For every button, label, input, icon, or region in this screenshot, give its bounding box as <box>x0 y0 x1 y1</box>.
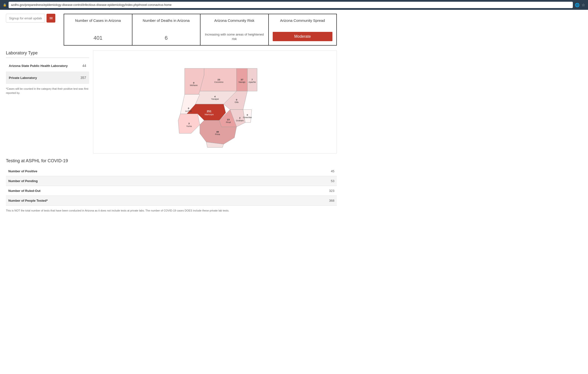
lab-section-title: Laboratory Type <box>6 50 89 58</box>
gila-label: Gila <box>235 101 239 103</box>
risk-title: Arizona Community Risk <box>214 18 254 23</box>
signup-button[interactable]: ✉ <box>47 14 55 23</box>
browser-icons: 🌐 ☆ <box>575 3 585 7</box>
lab-section: Laboratory Type Arizona State Public Hea… <box>6 50 89 153</box>
la-paz-count: 0 <box>188 107 189 110</box>
apache-count: 7 <box>251 78 253 81</box>
cases-title: Number of Cases in Arizona <box>75 18 121 23</box>
deaths-title: Number of Deaths in Arizona <box>143 18 190 23</box>
testing-label-positive: Number of Positive <box>6 166 275 176</box>
main-content: Laboratory Type Arizona State Public Hea… <box>6 50 337 153</box>
pima-count: 49 <box>216 130 219 133</box>
lab-private-name: Private Laboratory <box>9 76 37 80</box>
spread-title: Arizona Community Spread <box>280 18 325 23</box>
lab-private-count: 357 <box>81 76 86 80</box>
greenlee-count: 0 <box>247 113 248 116</box>
arizona-map: 0 Mohave 23 Coconino 37 Navajo 7 Apache … <box>168 55 261 149</box>
testing-row-pending: Number of Pending 53 <box>6 176 337 186</box>
stat-card-deaths: Number of Deaths in Arizona 6 <box>132 14 201 46</box>
graham-count: 2 <box>239 116 241 119</box>
lab-asphl-count: 44 <box>82 64 86 68</box>
graham-label: Graham <box>236 119 244 122</box>
testing-table: Number of Positive 45 Number of Pending … <box>6 166 337 206</box>
cases-value: 401 <box>94 35 103 41</box>
testing-note: This is NOT the total number of tests th… <box>6 209 337 213</box>
mohave-label: Mohave <box>190 84 198 87</box>
maricopa-count: 251 <box>207 110 212 113</box>
testing-label-pending: Number of Pending <box>6 176 275 186</box>
testing-value-positive: 45 <box>275 166 337 176</box>
pinal-label: Pinal <box>226 121 231 124</box>
testing-value-people-tested: 368 <box>275 196 337 206</box>
la-paz-label: La Paz <box>185 110 192 112</box>
lab-note: *Cases will be counted in the category t… <box>6 87 89 95</box>
gila-count: 0 <box>236 98 237 101</box>
yuma-count: 3 <box>188 122 190 125</box>
navajo-count: 37 <box>241 78 243 81</box>
stat-cards: Number of Cases in Arizona 401 Number of… <box>64 14 337 46</box>
bookmark-icon[interactable]: ☆ <box>582 3 585 7</box>
url-bar[interactable]: azdhs.gov/preparedness/epidemiology-dise… <box>9 2 573 8</box>
apache-label: Apache <box>248 81 256 83</box>
stat-card-risk: Arizona Community Risk Increasing with s… <box>200 14 269 46</box>
lab-asphl-name: Arizona State Public Health Laboratory <box>9 64 68 68</box>
testing-value-ruled-out: 323 <box>275 186 337 196</box>
deaths-value: 6 <box>165 35 168 41</box>
pima-label: Pima <box>215 133 220 136</box>
testing-value-pending: 53 <box>275 176 337 186</box>
lab-row-private: Private Laboratory 357 <box>6 72 89 84</box>
browser-bar: 🔒 azdhs.gov/preparedness/epidemiology-di… <box>0 0 588 10</box>
yavapai-count: 4 <box>214 95 216 98</box>
yavapai-label: Yavapai <box>211 98 219 100</box>
testing-row-ruled-out: Number of Ruled-Out 323 <box>6 186 337 196</box>
testing-row-people-tested: Number of People Tested* 368 <box>6 196 337 206</box>
maricopa-label: Maricopa <box>205 113 213 116</box>
risk-desc: Increasing with some areas of heightened… <box>204 32 264 41</box>
coconino-count: 23 <box>218 78 220 81</box>
stat-card-spread: Arizona Community Spread Moderate <box>269 14 337 46</box>
map-section: 0 Mohave 23 Coconino 37 Navajo 7 Apache … <box>93 50 337 153</box>
pinal-count: 23 <box>227 118 230 121</box>
testing-row-positive: Number of Positive 45 <box>6 166 337 176</box>
testing-label-ruled-out: Number of Ruled-Out <box>6 186 275 196</box>
greenlee-label: Greenlee <box>243 116 252 119</box>
signup-area: ✉ <box>6 14 60 23</box>
testing-title: Testing at ASPHL for COVID-19 <box>6 158 337 163</box>
mohave-count: 0 <box>193 81 194 84</box>
translate-icon[interactable]: 🌐 <box>575 3 580 7</box>
testing-label-people-tested: Number of People Tested* <box>6 196 275 206</box>
spread-badge: Moderate <box>273 32 333 41</box>
navajo-label: Navajo <box>239 81 246 83</box>
testing-section: Testing at ASPHL for COVID-19 Number of … <box>6 158 337 213</box>
page-content: ✉ Number of Cases in Arizona 401 Number … <box>0 10 343 217</box>
yuma-label: Yuma <box>186 125 192 127</box>
top-row: ✉ Number of Cases in Arizona 401 Number … <box>6 14 337 46</box>
lock-icon: 🔒 <box>3 3 7 7</box>
signup-input[interactable] <box>6 14 45 23</box>
coconino-label: Coconino <box>214 81 223 83</box>
lab-row-asphl: Arizona State Public Health Laboratory 4… <box>6 60 89 72</box>
stat-card-cases: Number of Cases in Arizona 401 <box>64 14 132 46</box>
